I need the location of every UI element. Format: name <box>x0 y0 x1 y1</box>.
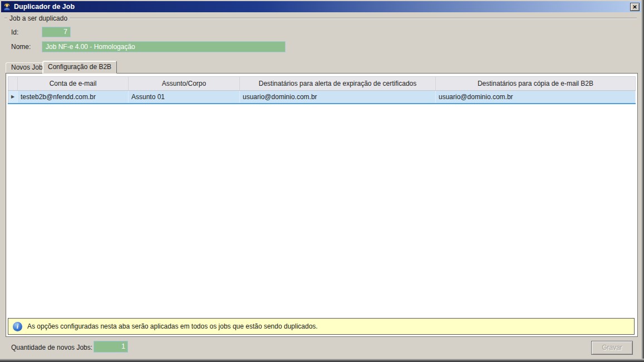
grid-head: Conta de e-mailAssunto/CorpoDestinatário… <box>8 77 636 91</box>
close-icon: ✕ <box>632 4 637 10</box>
grid-cell[interactable]: usuario@dominio.com.br <box>240 91 436 104</box>
groupbox-line <box>4 18 7 19</box>
user-icon <box>3 3 11 11</box>
grid-column-header[interactable]: Conta de e-mail <box>18 77 129 91</box>
id-field[interactable]: 7 <box>42 27 71 37</box>
grid-cell[interactable]: Assunto 01 <box>129 91 240 104</box>
grid-row-header[interactable]: ▶ <box>8 91 18 104</box>
name-label: Nome: <box>11 43 31 51</box>
job-groupbox-header: Job a ser duplicado <box>4 14 637 22</box>
grid-column-header[interactable]: Destinatários para alerta de expiração d… <box>240 77 436 91</box>
b2b-grid: Conta de e-mailAssunto/CorpoDestinatário… <box>8 76 636 104</box>
dialog-window: Duplicador de Job ✕ Job a ser duplicado … <box>0 0 644 362</box>
window-edge-bottom <box>0 359 644 362</box>
grid-corner-header[interactable] <box>8 77 18 91</box>
grid-row[interactable]: ▶testeb2b@nfendd.com.brAssunto 01usuario… <box>8 91 636 104</box>
window-title: Duplicador de Job <box>14 3 75 11</box>
grid-body: ▶testeb2b@nfendd.com.brAssunto 01usuario… <box>8 91 636 104</box>
groupbox-line <box>70 18 637 19</box>
quantity-label: Quantidade de novos Jobs: <box>11 344 92 351</box>
grid-header-row: Conta de e-mailAssunto/CorpoDestinatário… <box>8 77 636 91</box>
name-field[interactable]: Job NF-e 4.00 - Homologação <box>42 41 286 52</box>
grid-column-header[interactable]: Destinatários para cópia de e-mail B2B <box>436 77 636 91</box>
info-icon: i <box>13 322 22 331</box>
tab-configuracao-b2b[interactable]: Configuração de B2B <box>42 61 117 74</box>
info-bar: i As opções configuradas nesta aba serão… <box>8 318 635 335</box>
grid-cell[interactable]: testeb2b@nfendd.com.br <box>18 91 129 104</box>
grid-cell[interactable]: usuario@dominio.com.br <box>436 91 636 104</box>
id-label: Id: <box>11 28 18 36</box>
save-button[interactable]: Gravar <box>591 341 633 355</box>
info-text: As opções configuradas nesta aba serão a… <box>27 322 318 330</box>
title-bar: Duplicador de Job ✕ <box>1 1 641 12</box>
quantity-field[interactable]: 1 <box>94 341 128 353</box>
groupbox-label: Job a ser duplicado <box>9 14 67 22</box>
close-button[interactable]: ✕ <box>630 3 640 11</box>
window-edge-right <box>641 0 644 362</box>
grid-column-header[interactable]: Assunto/Corpo <box>129 77 240 91</box>
tab-page-b2b: Conta de e-mailAssunto/CorpoDestinatário… <box>6 73 638 337</box>
